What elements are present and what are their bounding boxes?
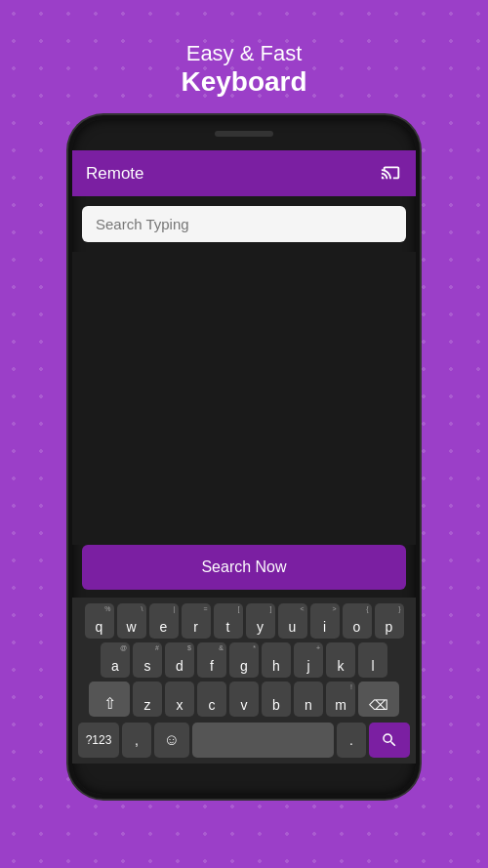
key-f[interactable]: &f [197, 642, 226, 678]
key-period[interactable]: . [337, 723, 366, 758]
key-i[interactable]: >i [310, 603, 340, 639]
key-u[interactable]: <u [278, 603, 307, 639]
key-k[interactable]: k [326, 642, 355, 678]
key-d[interactable]: $d [165, 642, 194, 678]
content-area [72, 252, 416, 545]
key-z[interactable]: z [133, 682, 162, 717]
key-a[interactable]: @a [101, 642, 130, 678]
key-q[interactable]: %q [85, 603, 114, 639]
header-text: Easy & Fast Keyboard [181, 41, 306, 98]
key-shift[interactable]: ⇧ [89, 682, 130, 717]
key-y[interactable]: ]y [246, 603, 275, 639]
app-bar: Remote [72, 150, 416, 196]
search-bar[interactable] [82, 206, 406, 242]
key-s[interactable]: #s [133, 642, 162, 678]
key-j[interactable]: +j [294, 642, 323, 678]
key-h[interactable]: h [262, 642, 291, 678]
header-subtitle: Easy & Fast [181, 41, 306, 66]
key-v[interactable]: v [229, 682, 259, 717]
keyboard-row-1: %q \w |e =r [t ]y <u >i {o }p [74, 603, 414, 639]
key-g[interactable]: *g [229, 642, 259, 678]
key-emoji[interactable]: ☺ [154, 723, 189, 758]
key-x[interactable]: x [165, 682, 194, 717]
key-c[interactable]: c [197, 682, 226, 717]
key-space[interactable] [192, 723, 334, 758]
phone-shell: Remote Search Now %q \w |e =r [t ]y [68, 115, 420, 799]
key-backspace[interactable]: ⌫ [358, 682, 399, 717]
key-search[interactable] [369, 723, 410, 758]
key-o[interactable]: {o [343, 603, 372, 639]
keyboard-row-3: ⇧ z x c v b n !m ⌫ [74, 682, 414, 717]
key-comma[interactable]: , [122, 723, 151, 758]
key-b[interactable]: b [262, 682, 291, 717]
keyboard: %q \w |e =r [t ]y <u >i {o }p @a #s $d &… [72, 598, 416, 764]
key-m[interactable]: !m [326, 682, 355, 717]
header-title: Keyboard [181, 66, 306, 98]
keyboard-row-2: @a #s $d &f *g h +j k l [74, 642, 414, 678]
key-n[interactable]: n [294, 682, 323, 717]
key-t[interactable]: [t [214, 603, 243, 639]
key-r[interactable]: =r [182, 603, 211, 639]
key-w[interactable]: \w [117, 603, 146, 639]
key-e[interactable]: |e [149, 603, 179, 639]
key-num[interactable]: ?123 [78, 723, 119, 758]
search-now-button[interactable]: Search Now [82, 545, 406, 590]
app-title: Remote [86, 164, 144, 184]
key-p[interactable]: }p [375, 603, 404, 639]
cast-icon[interactable] [381, 160, 402, 186]
search-input[interactable] [96, 216, 392, 232]
key-l[interactable]: l [358, 642, 387, 678]
keyboard-row-4: ?123 , ☺ . [74, 721, 414, 760]
